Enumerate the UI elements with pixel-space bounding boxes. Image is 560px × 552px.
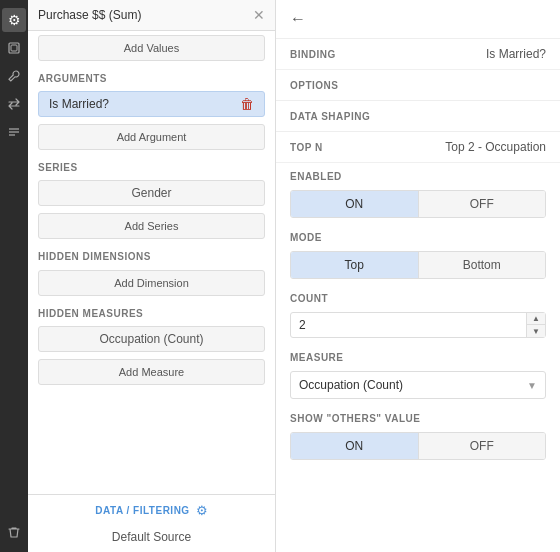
add-values-button[interactable]: Add Values [38, 35, 265, 61]
hidden-measures-label: HIDDEN MEASURES [28, 300, 275, 323]
options-label: OPTIONS [290, 80, 339, 91]
binding-value: Is Married? [486, 47, 546, 61]
default-source-label: Default Source [28, 526, 275, 552]
count-label: COUNT [276, 285, 560, 306]
mode-bottom-button[interactable]: Bottom [419, 252, 546, 278]
gear-sidebar-icon[interactable]: ⚙ [2, 8, 26, 32]
count-input-wrap: ▲ ▼ [290, 312, 546, 338]
measure-label: MEASURE [276, 344, 560, 365]
series-item-gender: Gender [38, 180, 265, 206]
top-n-row: TOP N Top 2 - Occupation [276, 132, 560, 163]
argument-tag-label: Is Married? [49, 97, 109, 111]
panel-header: Purchase $$ (Sum) ✕ [28, 0, 275, 31]
options-section: OPTIONS [276, 70, 560, 101]
count-spinners: ▲ ▼ [526, 313, 545, 337]
top-n-label: TOP N [290, 142, 323, 153]
left-panel: Purchase $$ (Sum) ✕ Add Values ARGUMENTS… [28, 0, 276, 552]
series-label: SERIES [28, 154, 275, 177]
select-arrow-icon: ▼ [519, 380, 545, 391]
spin-down-button[interactable]: ▼ [527, 325, 545, 337]
mode-toggle-group: Top Bottom [290, 251, 546, 279]
spin-up-button[interactable]: ▲ [527, 313, 545, 325]
data-shaping-label: DATA SHAPING [290, 111, 370, 122]
transfer-sidebar-icon[interactable] [2, 92, 26, 116]
enabled-off-button[interactable]: OFF [419, 191, 546, 217]
show-others-label: SHOW "OTHERS" VALUE [276, 405, 560, 426]
add-dimension-button[interactable]: Add Dimension [38, 270, 265, 296]
lines-sidebar-icon[interactable] [2, 120, 26, 144]
enabled-on-button[interactable]: ON [291, 191, 419, 217]
others-off-button[interactable]: OFF [419, 433, 546, 459]
sidebar: ⚙ [0, 0, 28, 552]
right-header: ← [276, 0, 560, 39]
layers-sidebar-icon[interactable] [2, 36, 26, 60]
svg-rect-1 [11, 45, 17, 51]
argument-delete-icon[interactable]: 🗑 [240, 97, 254, 111]
data-filtering-gear-icon[interactable]: ⚙ [196, 503, 208, 518]
binding-row: BINDING Is Married? [276, 39, 560, 70]
count-input[interactable] [291, 313, 526, 337]
show-others-toggle-group: ON OFF [290, 432, 546, 460]
arguments-label: ARGUMENTS [28, 65, 275, 88]
argument-tag: Is Married? 🗑 [38, 91, 265, 117]
wrench-sidebar-icon[interactable] [2, 64, 26, 88]
add-measure-button[interactable]: Add Measure [38, 359, 265, 385]
panel-title: Purchase $$ (Sum) [38, 8, 141, 22]
trash-sidebar-icon[interactable] [2, 520, 26, 544]
data-filtering-label: DATA / FILTERING [95, 505, 189, 516]
others-on-button[interactable]: ON [291, 433, 419, 459]
panel-footer: DATA / FILTERING ⚙ [28, 494, 275, 526]
close-button[interactable]: ✕ [253, 8, 265, 22]
data-shaping-section: DATA SHAPING [276, 101, 560, 132]
top-n-value: Top 2 - Occupation [445, 140, 546, 154]
measure-select-wrap: Occupation (Count) ▼ [290, 371, 546, 399]
right-panel: ← BINDING Is Married? OPTIONS DATA SHAPI… [276, 0, 560, 552]
count-row: ▲ ▼ [290, 312, 546, 338]
measure-select[interactable]: Occupation (Count) [291, 372, 519, 398]
back-button[interactable]: ← [290, 10, 306, 27]
enabled-label: ENABLED [276, 163, 560, 184]
mode-label: MODE [276, 224, 560, 245]
binding-label: BINDING [290, 49, 336, 60]
add-argument-button[interactable]: Add Argument [38, 124, 265, 150]
measures-item: Occupation (Count) [38, 326, 265, 352]
add-series-button[interactable]: Add Series [38, 213, 265, 239]
mode-top-button[interactable]: Top [291, 252, 419, 278]
enabled-toggle-group: ON OFF [290, 190, 546, 218]
hidden-dimensions-label: HIDDEN DIMENSIONS [28, 243, 275, 266]
